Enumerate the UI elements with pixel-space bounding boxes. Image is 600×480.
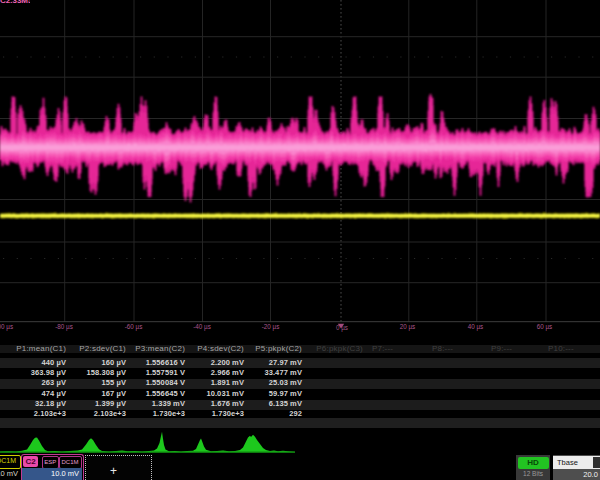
svg-text:-100 µs: -100 µs: [0, 323, 13, 331]
svg-text:-80 µs: -80 µs: [55, 323, 73, 331]
svg-text:20 µs: 20 µs: [400, 323, 416, 331]
svg-text:-40 µs: -40 µs: [193, 323, 211, 331]
svg-text:60 µs: 60 µs: [537, 323, 553, 331]
svg-text:40 µs: 40 µs: [468, 323, 484, 331]
svg-text:-20 µs: -20 µs: [262, 323, 280, 331]
svg-text:-60 µs: -60 µs: [125, 323, 143, 331]
